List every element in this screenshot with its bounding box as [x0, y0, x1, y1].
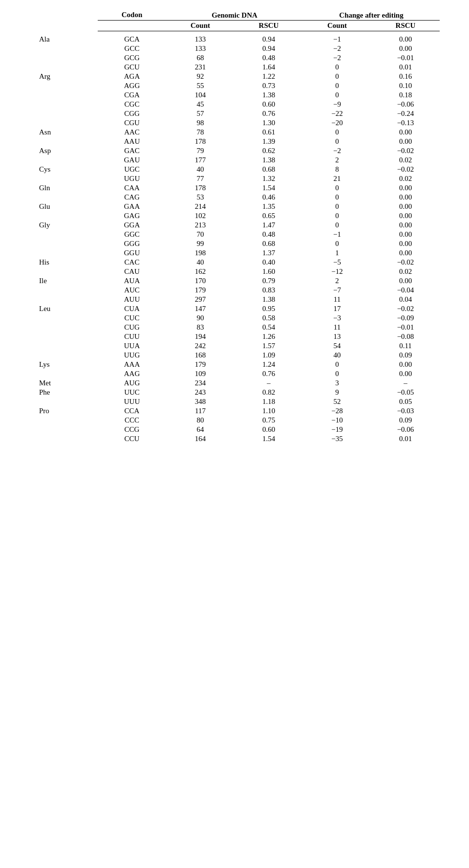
genomic-dna-header: Genomic DNA — [166, 10, 303, 21]
data-row: CGG570.76−22−0.24 — [29, 109, 440, 118]
grscu-cell: 1.64 — [234, 63, 303, 72]
gcount-cell: 99 — [166, 239, 234, 248]
crscu-header: RSCU — [371, 21, 440, 31]
crscu-cell: 0.02 — [371, 267, 440, 276]
grscu-cell: 0.82 — [234, 388, 303, 397]
grscu-cell: 0.79 — [234, 276, 303, 286]
data-row: CUU1941.2613−0.08 — [29, 332, 440, 341]
crscu-cell: 0.05 — [371, 397, 440, 406]
amino-cell — [29, 416, 98, 425]
crscu-cell: 0.00 — [371, 193, 440, 202]
ccount-cell: 0 — [303, 202, 371, 211]
data-row: GGC700.48−10.00 — [29, 230, 440, 239]
amino-cell: Ile — [29, 276, 98, 286]
grscu-cell: 1.22 — [234, 72, 303, 81]
gcount-cell: 242 — [166, 341, 234, 351]
grscu-cell: 0.73 — [234, 81, 303, 90]
amino-cell: Gln — [29, 183, 98, 193]
data-row: PheUUC2430.829−0.05 — [29, 388, 440, 397]
gcount-cell: 40 — [166, 258, 234, 267]
grscu-cell: 0.48 — [234, 53, 303, 63]
codon-cell: CGA — [98, 90, 166, 100]
crscu-cell: 0.01 — [371, 434, 440, 444]
ccount-cell: −20 — [303, 118, 371, 128]
codon-cell: CGU — [98, 118, 166, 128]
crscu-cell: −0.02 — [371, 304, 440, 313]
ccount-cell: 0 — [303, 63, 371, 72]
codon-cell: AUU — [98, 295, 166, 304]
data-row: AUC1790.83−7−0.04 — [29, 286, 440, 295]
gcount-cell: 53 — [166, 193, 234, 202]
data-row: AAU1781.3900.00 — [29, 137, 440, 146]
ccount-header: Count — [303, 21, 371, 31]
ccount-cell: −7 — [303, 286, 371, 295]
amino-header — [29, 10, 98, 21]
gcount-cell: 297 — [166, 295, 234, 304]
crscu-cell: 0.04 — [371, 295, 440, 304]
gcount-cell: 179 — [166, 286, 234, 295]
ccount-cell: −12 — [303, 267, 371, 276]
data-row: LysAAA1791.2400.00 — [29, 360, 440, 369]
grscu-cell: 1.10 — [234, 406, 303, 416]
data-row: CUC900.58−3−0.09 — [29, 313, 440, 323]
grscu-cell: 0.68 — [234, 239, 303, 248]
gcount-cell: 133 — [166, 44, 234, 53]
grscu-cell: 0.95 — [234, 304, 303, 313]
grscu-cell: 0.62 — [234, 146, 303, 156]
ccount-cell: 52 — [303, 397, 371, 406]
codon-sub-header — [98, 21, 166, 31]
amino-cell: Met — [29, 378, 98, 388]
data-row: CGU981.30−20−0.13 — [29, 118, 440, 128]
gcount-cell: 45 — [166, 100, 234, 109]
codon-cell: UGC — [98, 165, 166, 174]
amino-cell — [29, 248, 98, 258]
gcount-cell: 164 — [166, 434, 234, 444]
gcount-cell: 213 — [166, 221, 234, 230]
codon-cell: AGG — [98, 81, 166, 90]
ccount-cell: 9 — [303, 388, 371, 397]
ccount-cell: −35 — [303, 434, 371, 444]
amino-cell — [29, 156, 98, 165]
ccount-cell: 11 — [303, 295, 371, 304]
grscu-cell: 1.38 — [234, 156, 303, 165]
codon-cell: CUU — [98, 332, 166, 341]
change-after-header: Change after editing — [303, 10, 440, 21]
grscu-cell: 1.09 — [234, 351, 303, 360]
gcount-cell: 90 — [166, 313, 234, 323]
gcount-cell: 243 — [166, 388, 234, 397]
gcount-header: Count — [166, 21, 234, 31]
crscu-cell: −0.02 — [371, 146, 440, 156]
data-row: ArgAGA921.2200.16 — [29, 72, 440, 81]
amino-cell — [29, 323, 98, 332]
crscu-cell: −0.01 — [371, 323, 440, 332]
ccount-cell: 54 — [303, 341, 371, 351]
data-row: AAG1090.7600.00 — [29, 369, 440, 378]
data-row: CGA1041.3800.18 — [29, 90, 440, 100]
amino-cell — [29, 267, 98, 276]
data-row: GCU2311.6400.01 — [29, 63, 440, 72]
grscu-cell: 0.68 — [234, 165, 303, 174]
amino-cell: Gly — [29, 221, 98, 230]
codon-cell: GGA — [98, 221, 166, 230]
crscu-cell: 0.00 — [371, 276, 440, 286]
codon-cell: UUC — [98, 388, 166, 397]
codon-cell: UGU — [98, 174, 166, 183]
crscu-cell: 0.11 — [371, 341, 440, 351]
gcount-cell: 170 — [166, 276, 234, 286]
codon-cell: GCG — [98, 53, 166, 63]
ccount-cell: 21 — [303, 174, 371, 183]
ccount-cell: 0 — [303, 81, 371, 90]
crscu-cell: −0.05 — [371, 388, 440, 397]
amino-cell: Pro — [29, 406, 98, 416]
ccount-cell: −10 — [303, 416, 371, 425]
amino-cell — [29, 286, 98, 295]
grscu-cell: 0.46 — [234, 193, 303, 202]
amino-cell — [29, 434, 98, 444]
amino-cell — [29, 341, 98, 351]
crscu-cell: 0.00 — [371, 221, 440, 230]
codon-cell: AAC — [98, 128, 166, 137]
grscu-cell: 1.30 — [234, 118, 303, 128]
crscu-cell: 0.09 — [371, 351, 440, 360]
ccount-cell: −22 — [303, 109, 371, 118]
codon-cell: AAU — [98, 137, 166, 146]
